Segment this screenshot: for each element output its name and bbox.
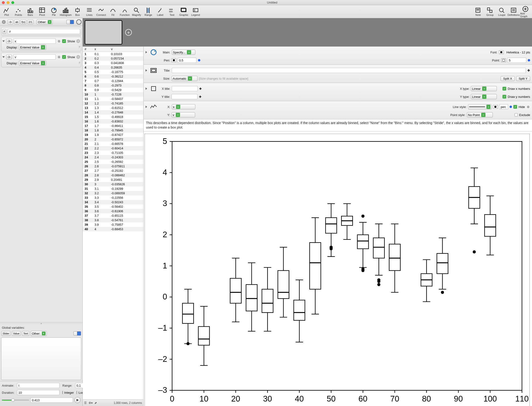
var-type-icon[interactable]: ▫3▫ (6, 39, 12, 44)
tool-lines[interactable]: Lines (84, 7, 94, 16)
close-panel-icon[interactable]: × (2, 20, 6, 24)
time-slider[interactable] (2, 400, 29, 401)
window-zoom[interactable] (11, 1, 14, 4)
tool-pie[interactable]: Pie (49, 7, 59, 16)
table-row[interactable]: 141.4-0.27648 (83, 110, 144, 115)
table-header[interactable]: # (83, 47, 93, 52)
drawx-checkbox[interactable]: ✓ (503, 87, 506, 91)
table-row[interactable]: 282.8-0.088462 (83, 173, 144, 177)
add-page-button[interactable]: ＋ (125, 29, 132, 36)
table-row[interactable]: 101-0.7226 (83, 92, 144, 97)
tool-histogram[interactable]: Histogram (60, 7, 71, 16)
mode-number[interactable]: ▫3▫ (7, 20, 13, 24)
table-row[interactable]: 404-0.68453 (83, 227, 144, 231)
tool-pivot[interactable]: Pivot (37, 7, 47, 16)
table-row[interactable]: 292.90.20491 (83, 177, 144, 182)
tool-fit[interactable]: Fit (108, 7, 118, 16)
ytype-select[interactable]: Linear▾ (471, 94, 497, 99)
exclude-checkbox[interactable] (515, 113, 518, 116)
table-row[interactable]: 30.30.041808 (83, 61, 144, 65)
disclosure-icon[interactable] (145, 69, 147, 72)
tool-points[interactable]: Points (13, 7, 24, 16)
tool-addgraph[interactable]: Add Graph (520, 6, 531, 18)
disclosure-icon[interactable] (2, 56, 5, 58)
chart-area[interactable]: –3–2–10123450102030405060708090100110 (144, 131, 532, 406)
table-row[interactable]: 191.9-0.87427 (83, 133, 144, 137)
xtype-select[interactable]: Linear▾ (471, 86, 497, 91)
var-name-input[interactable] (13, 38, 56, 44)
table-row[interactable]: 252.5-0.26592 (83, 160, 144, 164)
size-select[interactable]: Automatic▾ (172, 76, 197, 81)
ytitle-input[interactable] (172, 94, 197, 99)
table-row[interactable]: 313.1-0.19299 (83, 187, 144, 191)
title-add-icon[interactable]: ✚ (527, 69, 530, 72)
show-checkbox[interactable]: ✓ (62, 55, 66, 59)
table-row[interactable]: 393.9-0.75857 (83, 222, 144, 227)
table-row[interactable]: 232.3-0.71105 (83, 151, 144, 155)
table-row[interactable]: 131.3-0.61512 (83, 106, 144, 110)
tool-label[interactable]: xLabel (155, 7, 165, 16)
linestyle-select[interactable]: ▾ (468, 104, 492, 109)
mode-fx[interactable]: f(x) (20, 20, 27, 24)
table-row[interactable]: 262.6-0.075911 (83, 164, 144, 168)
split-y-button[interactable]: Split Y (516, 76, 530, 81)
window-minimize[interactable] (7, 1, 9, 4)
table-row[interactable]: 383.8-0.54761 (83, 218, 144, 222)
tool-plot[interactable]: Plot (1, 7, 12, 16)
hash-input[interactable] (7, 29, 80, 34)
table-row[interactable]: 50.5-0.16775 (83, 70, 144, 74)
tool-group[interactable]: Group (485, 7, 495, 16)
table-row[interactable]: 212.1-0.66578 (83, 142, 144, 146)
hide-checkbox[interactable]: ✓ (513, 105, 517, 109)
page-thumbnail-1[interactable] (85, 20, 122, 45)
tool-loupe[interactable]: Loupe (496, 7, 507, 16)
main-select[interactable]: Specify...▾ (172, 50, 195, 55)
data-table[interactable]: #xv 10.10.1010320.20.05723430.30.0418084… (83, 47, 144, 399)
table-row[interactable]: 111.1-0.58437 (83, 97, 144, 101)
disclosure-icon[interactable] (145, 87, 147, 90)
var-name-input[interactable] (13, 54, 56, 59)
tool-magnify[interactable]: Magnify (131, 7, 142, 16)
gv-value-button[interactable]: Value (12, 331, 21, 336)
table-row[interactable]: 40.40.26635 (83, 65, 144, 70)
tool-connect[interactable]: Connect (96, 7, 106, 16)
integer-checkbox[interactable] (62, 391, 63, 394)
tool-box[interactable]: Box (72, 7, 83, 16)
table-row[interactable]: 60.6-0.36212 (83, 74, 144, 79)
x-select[interactable]: x▾ (172, 104, 195, 109)
help-icon[interactable]: ? (79, 61, 80, 65)
font-color-swatch[interactable] (499, 50, 504, 54)
point-stepper[interactable] (528, 59, 530, 61)
table-row[interactable]: 343.4-0.50243 (83, 200, 144, 204)
table-header[interactable]: v (109, 47, 144, 52)
split-x-button[interactable]: Split X (501, 76, 515, 81)
display-select[interactable]: Entered Value▾ (19, 60, 46, 66)
line-stepper[interactable] (510, 106, 512, 108)
gv-slider-button[interactable]: Slider (1, 331, 10, 336)
table-row[interactable]: 333.3-0.22556 (83, 196, 144, 200)
table-row[interactable]: 161.6-0.83832 (83, 119, 144, 123)
table-export-icon[interactable]: ⬈ (94, 401, 97, 405)
add-icon[interactable]: + (76, 39, 80, 43)
point-color-swatch[interactable] (501, 58, 506, 62)
disclosure-icon[interactable] (145, 106, 147, 108)
table-row[interactable]: 171.7-0.86411 (83, 123, 144, 128)
pen-stepper[interactable] (198, 59, 200, 61)
table-row[interactable]: 323.2-0.089359 (83, 191, 144, 196)
view-list-icon[interactable] (66, 20, 70, 24)
window-close[interactable] (2, 1, 5, 4)
hash-type-icon[interactable]: # (2, 29, 6, 34)
animate-input[interactable] (17, 383, 59, 388)
table-tool-icon[interactable]: ☰ (84, 401, 87, 405)
table-row[interactable]: 20.20.057234 (83, 56, 144, 61)
gv-other-select[interactable]: Other: ▾ (31, 331, 47, 336)
tool-note[interactable]: Note (473, 7, 483, 16)
disclosure-icon[interactable] (2, 40, 5, 42)
tool-text[interactable]: aaabbbText (167, 7, 177, 16)
title-input[interactable] (172, 68, 526, 73)
gv-text-button[interactable]: Text (22, 331, 29, 336)
table-row[interactable]: 303-0.035826 (83, 182, 144, 187)
duration-input[interactable] (17, 390, 59, 395)
speaker-icon[interactable] (76, 19, 81, 25)
pen-color-swatch[interactable] (172, 58, 176, 62)
